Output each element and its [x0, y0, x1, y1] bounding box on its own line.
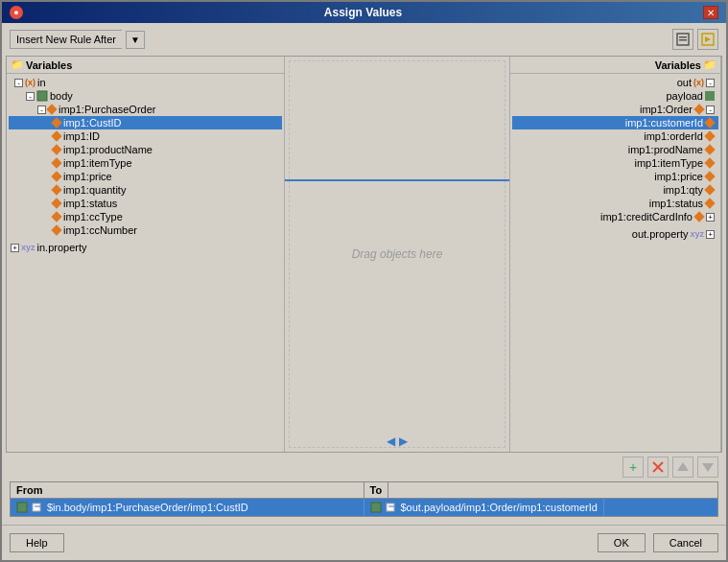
icon-productname	[51, 144, 61, 154]
ok-button[interactable]: OK	[598, 533, 646, 552]
tree-item-order[interactable]: imp1:Order -	[512, 103, 718, 116]
icon-creditcard	[693, 211, 704, 222]
icon-body	[36, 90, 48, 102]
icon-payload	[705, 91, 715, 101]
toolbar-icon2-button[interactable]	[697, 29, 718, 50]
help-button[interactable]: Help	[10, 533, 64, 552]
icon-ccnumber	[51, 224, 61, 235]
drop-zone[interactable]: Drag objects here	[289, 60, 505, 448]
icon-cctype	[51, 211, 61, 222]
footer: Help OK Cancel	[2, 525, 726, 560]
icon-price	[51, 171, 61, 181]
middle-panel: ◀ ▶ Drag objects here	[285, 57, 510, 452]
connector-row	[285, 179, 509, 181]
tree-item-productname[interactable]: imp1:productName	[9, 143, 282, 156]
delete-mapping-button[interactable]	[647, 457, 669, 478]
label-creditcard: imp1:creditCardInfo	[600, 211, 693, 222]
label-order: imp1:Order	[640, 104, 693, 115]
toolbar-icon1-button[interactable]	[672, 29, 693, 50]
tree-item-quantity[interactable]: imp1:quantity	[9, 183, 282, 197]
label-payload: payload	[666, 90, 703, 102]
svg-rect-10	[33, 503, 40, 511]
label-outproperty: out.property	[632, 228, 689, 240]
mapping-to-icon	[370, 502, 382, 513]
insert-rule-button[interactable]: Insert New Rule After	[10, 30, 122, 49]
move-down-button[interactable]	[697, 457, 718, 478]
right-panel-header: Variables 📁	[510, 57, 720, 74]
add-mapping-button[interactable]: +	[622, 457, 644, 478]
label-r-price: imp1:price	[654, 171, 703, 182]
scroll-right-btn[interactable]: ▶	[399, 434, 408, 448]
tree-item-out[interactable]: out (x) -	[512, 76, 718, 89]
title-bar: ● Assign Values ✕	[2, 2, 726, 23]
svg-rect-4	[37, 91, 47, 101]
icon-prodname	[704, 144, 715, 154]
assign-values-dialog: ● Assign Values ✕ Insert New Rule After …	[0, 0, 728, 562]
label-prodname: imp1:prodName	[628, 144, 703, 155]
connector-line-main	[294, 179, 500, 181]
label-quantity: imp1:quantity	[63, 184, 126, 196]
right-tree-area[interactable]: out (x) - payload imp1:Order - imp1:c	[510, 74, 720, 452]
label-orderid: imp1:orderId	[644, 130, 703, 142]
connector-line-right	[500, 179, 509, 181]
expand-in[interactable]: -	[14, 79, 23, 87]
mapping-table: From To $in.body/imp1:PurchaseOrder/imp1…	[10, 481, 718, 517]
tree-item-outproperty[interactable]: out.property xyz +	[512, 227, 718, 241]
tree-item-payload[interactable]: payload	[512, 89, 718, 103]
tree-item-prodname[interactable]: imp1:prodName	[512, 143, 718, 156]
svg-rect-9	[17, 503, 27, 512]
svg-rect-12	[371, 503, 381, 512]
left-tree-area[interactable]: - (x) in - body - imp1:PurchaseOrder	[7, 74, 284, 452]
tree-item-purchaseorder[interactable]: - imp1:PurchaseOrder	[9, 103, 282, 116]
expand-creditcard[interactable]: +	[706, 213, 715, 222]
tree-item-cctype[interactable]: imp1:ccType	[9, 210, 282, 223]
tree-item-body[interactable]: - body	[9, 89, 282, 103]
label-out: out	[677, 77, 692, 88]
tree-item-qty[interactable]: imp1:qty	[512, 183, 718, 197]
label-inproperty: in.property	[37, 242, 87, 253]
close-button[interactable]: ✕	[703, 6, 718, 19]
title-icon: ●	[10, 6, 23, 19]
icon-quantity	[51, 184, 61, 195]
label-purchaseorder: imp1:PurchaseOrder	[59, 104, 156, 115]
tree-item-id[interactable]: imp1:ID	[9, 129, 282, 143]
mapping-row[interactable]: $in.body/imp1:PurchaseOrder/imp1:CustID …	[11, 499, 717, 516]
tree-item-in[interactable]: - (x) in	[9, 76, 282, 89]
expand-order[interactable]: -	[706, 105, 715, 114]
label-cctype: imp1:ccType	[63, 211, 123, 222]
action-buttons-row: +	[10, 457, 718, 478]
tree-item-itemtype[interactable]: imp1:itemType	[9, 156, 282, 170]
tree-item-r-price[interactable]: imp1:price	[512, 170, 718, 183]
expand-inproperty[interactable]: +	[11, 244, 19, 252]
connector-line-left	[285, 179, 294, 181]
scroll-left-btn[interactable]: ◀	[387, 434, 395, 448]
expand-outproperty[interactable]: +	[706, 230, 715, 239]
tree-item-price[interactable]: imp1:price	[9, 170, 282, 183]
expand-body[interactable]: -	[26, 92, 35, 101]
label-customerid: imp1:customerId	[625, 117, 703, 129]
tree-item-r-itemtype[interactable]: imp1:itemType	[512, 156, 718, 170]
icon-in: (x)	[25, 78, 35, 87]
tree-item-orderid[interactable]: imp1:orderId	[512, 129, 718, 143]
tree-item-status[interactable]: imp1:status	[9, 197, 282, 210]
dialog-title: Assign Values	[23, 6, 703, 19]
left-panel-title: Variables	[26, 59, 72, 71]
tree-item-custid[interactable]: imp1:CustID	[9, 116, 282, 129]
move-up-button[interactable]	[672, 457, 693, 478]
icon-out: (x)	[693, 78, 704, 87]
tree-item-r-status[interactable]: imp1:status	[512, 197, 718, 210]
col-from: From	[11, 482, 364, 498]
tree-item-creditcard[interactable]: imp1:creditCardInfo +	[512, 210, 718, 223]
icon-inproperty: xyz	[21, 243, 35, 252]
icon-r-price	[704, 171, 715, 181]
label-id: imp1:ID	[63, 130, 100, 142]
tree-item-inproperty[interactable]: + xyz in.property	[9, 241, 282, 254]
insert-rule-dropdown[interactable]: ▼	[126, 31, 145, 49]
tree-item-customerid[interactable]: imp1:customerId	[512, 116, 718, 129]
tree-item-ccnumber[interactable]: imp1:ccNumber	[9, 223, 282, 237]
expand-purchaseorder[interactable]: -	[37, 105, 46, 114]
expand-out[interactable]: -	[706, 79, 715, 87]
left-panel-header: 📁 Variables	[7, 57, 284, 74]
cancel-button[interactable]: Cancel	[653, 533, 718, 552]
bottom-section: + From To $in.body/imp1:PurchaseOrder/	[2, 453, 726, 521]
